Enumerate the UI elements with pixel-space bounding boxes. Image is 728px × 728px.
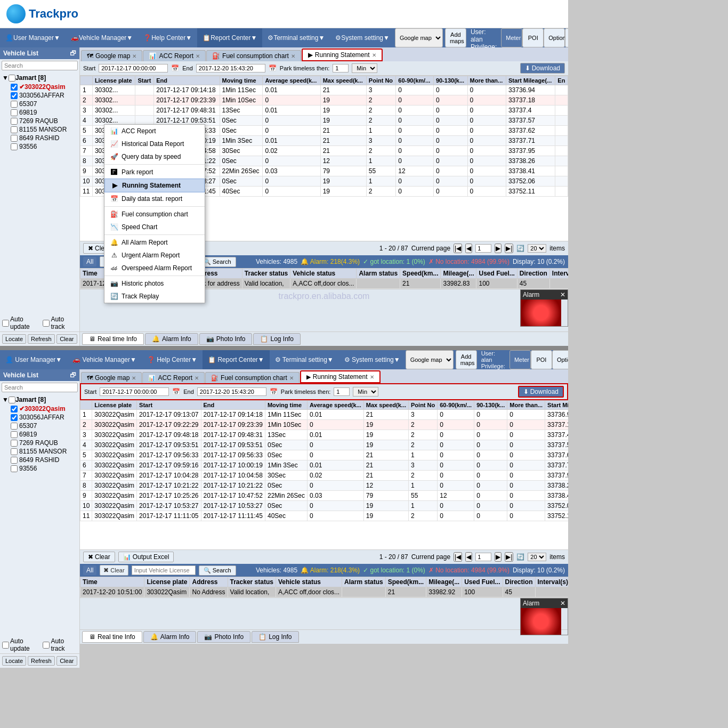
calendar-icon-2[interactable]: 📅 (269, 64, 277, 72)
search-btn-2[interactable]: 🔍 Search (199, 565, 236, 576)
auto-track-cb-2[interactable] (43, 642, 50, 649)
menu-park-report[interactable]: 🅿 Park report (104, 166, 205, 179)
shrink-btn[interactable]: Shrink (565, 28, 568, 47)
locate-btn-1[interactable]: Locate (2, 334, 26, 344)
pg-next-2[interactable]: ▶ (495, 552, 501, 562)
pg-num-input-2[interactable] (475, 553, 491, 561)
menu-acc-report[interactable]: 📊 ACC Report (104, 125, 205, 137)
download-btn-2[interactable]: ⬇ Download (518, 386, 564, 398)
bottom-tab-realtime-1[interactable]: 🖥 Real time Info (82, 333, 144, 345)
tab-acc-report-2[interactable]: 📊 ACC Report ✕ (142, 372, 205, 383)
calendar-icon-21[interactable]: 📅 (172, 388, 180, 395)
tree-item-1-4[interactable]: 69819 (2, 108, 77, 117)
nav-help-center-2[interactable]: ❓ Help Center▼ (142, 350, 203, 369)
menu-historical-data[interactable]: 📈 Historical Data Report (104, 137, 205, 150)
tab-close-4[interactable]: ✕ (372, 52, 376, 58)
tree-item-1-3[interactable]: 65307 (2, 100, 77, 108)
all-btn-2[interactable]: All (83, 565, 96, 575)
output-excel-btn-2[interactable]: 📊 Output Excel (118, 552, 174, 562)
menu-query-speed[interactable]: 🚀 Query data by speed (104, 150, 205, 163)
tab-close-21[interactable]: ✕ (132, 375, 136, 381)
alarm-close-2[interactable]: ✕ (560, 600, 565, 607)
tree-item-2-3[interactable]: 65307 (2, 422, 77, 430)
sidebar-search-input-1[interactable] (2, 61, 78, 70)
download-btn-1[interactable]: ⬇ Download (520, 63, 565, 74)
group-checkbox-2[interactable] (9, 397, 15, 403)
park-input-1[interactable] (333, 64, 349, 72)
clear-input-btn-2[interactable]: ✖ Clear (100, 565, 128, 576)
nav-report-center[interactable]: 📋 Report Center▼ (197, 28, 262, 47)
pg-first-2[interactable]: |◀ (454, 552, 462, 562)
tab-close-3[interactable]: ✕ (291, 53, 295, 59)
tree-item-2-1[interactable]: ✔ 303022Qasim (2, 405, 77, 413)
pg-prev-2[interactable]: ◀ (465, 552, 472, 562)
tab-running-1[interactable]: ▶ Running Statement ✕ (302, 48, 383, 61)
poi-btn[interactable]: POI (522, 28, 544, 47)
tree-checkbox-2-7[interactable] (11, 457, 18, 464)
tree-group-header-2[interactable]: ▼ Jamart [8] (2, 395, 77, 405)
tab-running-2[interactable]: ▶ Running Statement ✕ (300, 370, 381, 383)
tree-item-2-5[interactable]: 7269 RAQUB (2, 439, 77, 447)
pg-prev-1[interactable]: ◀ (465, 244, 472, 253)
menu-fuel-consumption[interactable]: ⛽ Fuel consumption chart (104, 208, 205, 221)
bottom-tab-log-2[interactable]: 📋 Log Info (252, 631, 298, 643)
tab-google-map-2[interactable]: 🗺 Google map ✕ (81, 372, 142, 383)
nav-user-manager-2[interactable]: 👤 User Manager▼ (0, 350, 67, 369)
tree-checkbox-1-7[interactable] (11, 135, 18, 142)
clear-report-btn-2[interactable]: ✖ Clear (83, 552, 115, 562)
tree-checkbox-2-2[interactable] (11, 414, 18, 421)
tree-item-1-1[interactable]: ✔ 303022Qasim (2, 83, 77, 91)
group-checkbox-1[interactable] (9, 75, 15, 82)
nav-vehicle-manager-2[interactable]: 🚗 Vehicle Manager▼ (67, 350, 142, 369)
tree-checkbox-1-1[interactable] (11, 84, 18, 91)
tree-checkbox-1-8[interactable] (11, 143, 18, 150)
meter-btn-2[interactable]: Meter (509, 350, 531, 369)
nav-vehicle-manager[interactable]: 🚗 Vehicle Manager▼ (66, 28, 138, 47)
bottom-tab-alarm-1[interactable]: 🔔 Alarm Info (145, 333, 198, 345)
tab-close-24[interactable]: ✕ (370, 374, 374, 380)
options-btn[interactable]: Options (544, 28, 565, 47)
refresh-btn-2[interactable]: Refresh (28, 656, 55, 666)
poi-btn-2[interactable]: POI (531, 350, 552, 369)
meter-btn[interactable]: Meter (501, 28, 522, 47)
add-maps-btn-2[interactable]: Add maps (456, 350, 477, 369)
menu-running-statement[interactable]: ▶ Running Statement (104, 179, 205, 192)
clear-btn-2[interactable]: Clear (56, 656, 77, 666)
tab-close-22[interactable]: ✕ (195, 375, 199, 381)
tab-close-23[interactable]: ✕ (289, 375, 294, 381)
options-btn-2[interactable]: Options (552, 350, 568, 369)
add-maps-btn[interactable]: Add maps (445, 28, 466, 47)
locate-btn-2[interactable]: Locate (2, 656, 26, 666)
tab-close-2[interactable]: ✕ (196, 53, 200, 59)
items-per-page-1[interactable]: 20 (528, 244, 546, 253)
tree-item-1-8[interactable]: 93556 (2, 142, 77, 151)
tree-item-1-7[interactable]: 8649 RASHID (2, 134, 77, 142)
tree-checkbox-1-6[interactable] (11, 126, 18, 133)
start-input-2[interactable] (100, 387, 169, 396)
tree-item-2-7[interactable]: 8649 RASHID (2, 456, 77, 464)
tab-fuel-1[interactable]: ⛽ Fuel consumption chart ✕ (206, 50, 301, 61)
park-input-2[interactable] (334, 387, 350, 396)
tree-checkbox-2-8[interactable] (11, 465, 18, 472)
refresh-pg-icon-2[interactable]: 🔄 (516, 553, 524, 561)
tree-checkbox-1-5[interactable] (11, 118, 18, 125)
bottom-tab-photo-1[interactable]: 📷 Photo Info (199, 333, 253, 345)
tree-checkbox-2-3[interactable] (11, 423, 18, 430)
menu-overspeed-alarm[interactable]: 🏎 Overspeed Alarm Report (104, 262, 205, 274)
menu-historic-photos[interactable]: 📷 Historic photos (104, 277, 205, 290)
tree-item-1-5[interactable]: 7269 RAQUB (2, 117, 77, 125)
tab-google-map-1[interactable]: 🗺 Google map ✕ (81, 50, 142, 61)
tree-item-2-2[interactable]: 303056JAFFAR (2, 413, 77, 422)
nav-terminal-setting[interactable]: ⚙ Terminal setting▼ (262, 28, 330, 47)
alarm-close-1[interactable]: ✕ (560, 291, 565, 298)
auto-track-cb-1[interactable] (43, 320, 50, 327)
tree-checkbox-1-3[interactable] (11, 101, 18, 108)
tree-checkbox-2-6[interactable] (11, 448, 18, 455)
menu-speed-chart[interactable]: 📉 Speed Chart (104, 221, 205, 233)
menu-daily-data[interactable]: 📅 Daily data stat. report (104, 192, 205, 205)
end-input-2[interactable] (197, 387, 266, 396)
park-unit-select-1[interactable]: Min (352, 63, 377, 73)
tree-item-2-4[interactable]: 69819 (2, 430, 77, 439)
auto-update-cb-1[interactable] (2, 320, 9, 327)
tab-fuel-2[interactable]: ⛽ Fuel consumption chart ✕ (205, 372, 300, 383)
